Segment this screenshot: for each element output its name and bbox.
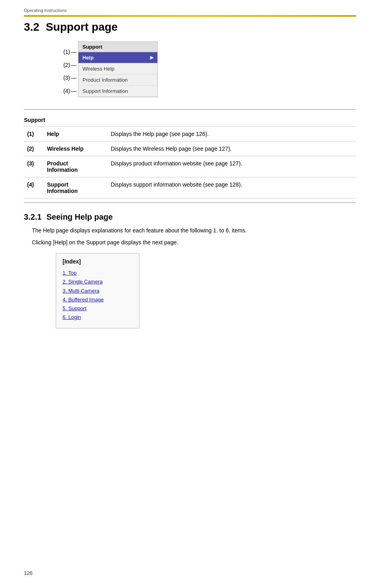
index-link-2[interactable]: 2. Single Camera <box>63 277 133 286</box>
menu-item-help[interactable]: Help ▶ <box>78 52 157 63</box>
index-link-5[interactable]: 5. Support <box>63 304 133 313</box>
callout-row-1: (1) — <box>56 45 78 58</box>
menu-item-help-label: Help <box>82 55 94 61</box>
table-row: (1) Help Displays the Help page (see pag… <box>24 127 356 142</box>
callout-num-1: (1) <box>56 49 70 55</box>
breadcrumb: Operating Instructions <box>24 8 356 13</box>
index-link-1[interactable]: 1. Top <box>63 269 133 277</box>
callout-row-2: (2) — <box>56 59 78 71</box>
callout-dash-2: — <box>71 62 76 68</box>
index-link-4[interactable]: 4. Buffered Image <box>63 295 133 304</box>
support-menu-container: (1) — (2) — (3) — (4) — Support Help ▶ W… <box>56 41 356 97</box>
row4-num: (4) <box>24 177 44 199</box>
row4-desc: Displays support information website (se… <box>108 177 356 199</box>
support-menu-box: Support Help ▶ Wireless Help Product Inf… <box>78 41 158 97</box>
row2-label: Wireless Help <box>44 142 108 156</box>
index-box: [Index] 1. Top 2. Single Camera 3. Multi… <box>56 253 139 328</box>
subsection-heading: 3.2.1Seeing Help page <box>24 212 356 222</box>
callout-row-3: (3) — <box>56 71 78 84</box>
callout-dash-1: — <box>71 49 76 55</box>
row1-num: (1) <box>24 127 44 142</box>
menu-item-wireless-help-label: Wireless Help <box>82 66 114 72</box>
section-heading: 3.2Support page <box>24 21 356 33</box>
index-link-3[interactable]: 3. Multi-Camera <box>63 287 133 295</box>
index-link-6[interactable]: 6. Login <box>63 313 133 322</box>
section-title: Support page <box>46 21 118 33</box>
row4-label: SupportInformation <box>44 177 108 199</box>
section-divider-bottom <box>24 203 356 203</box>
arrow-right-icon: ▶ <box>150 55 153 60</box>
row1-desc: Displays the Help page (see page 126). <box>108 127 356 142</box>
support-table: (1) Help Displays the Help page (see pag… <box>24 126 356 199</box>
callout-dash-3: — <box>71 75 76 81</box>
table-row: (3) ProductInformation Displays product … <box>24 156 356 177</box>
subsection-number: 3.2.1 <box>24 212 41 221</box>
menu-item-support-info-label: Support Information <box>82 88 128 94</box>
page-number: 126 <box>24 570 33 576</box>
row3-label: ProductInformation <box>44 156 108 177</box>
callout-num-4: (4) <box>56 88 70 94</box>
row2-num: (2) <box>24 142 44 156</box>
table-row: (4) SupportInformation Displays support … <box>24 177 356 199</box>
section-divider-top <box>24 109 356 110</box>
callout-num-3: (3) <box>56 75 70 81</box>
support-menu-title: Support <box>78 42 157 52</box>
top-border <box>24 15 356 17</box>
menu-item-wireless-help[interactable]: Wireless Help <box>78 63 157 75</box>
table-row: (2) Wireless Help Displays the Wireless … <box>24 142 356 156</box>
section-number: 3.2 <box>24 21 39 33</box>
menu-item-product-info[interactable]: Product Information <box>78 75 157 86</box>
row3-desc: Displays product information website (se… <box>108 156 356 177</box>
row3-num: (3) <box>24 156 44 177</box>
row2-desc: Displays the Wireless Help page (see pag… <box>108 142 356 156</box>
menu-item-support-info[interactable]: Support Information <box>78 86 157 97</box>
menu-item-product-info-label: Product Information <box>82 77 127 83</box>
body-text-2: Clicking [Help] on the Support page disp… <box>32 238 356 247</box>
callout-num-2: (2) <box>56 62 70 68</box>
index-title: [Index] <box>63 258 133 265</box>
body-text-1: The Help page displays explanations for … <box>32 226 356 235</box>
callout-row-4: (4) — <box>56 85 78 97</box>
support-section-label: Support <box>24 114 356 126</box>
subsection-title: Seeing Help page <box>46 212 113 221</box>
callout-dash-4: — <box>71 88 76 94</box>
callout-list: (1) — (2) — (3) — (4) — <box>56 45 78 97</box>
row1-label: Help <box>44 127 108 142</box>
